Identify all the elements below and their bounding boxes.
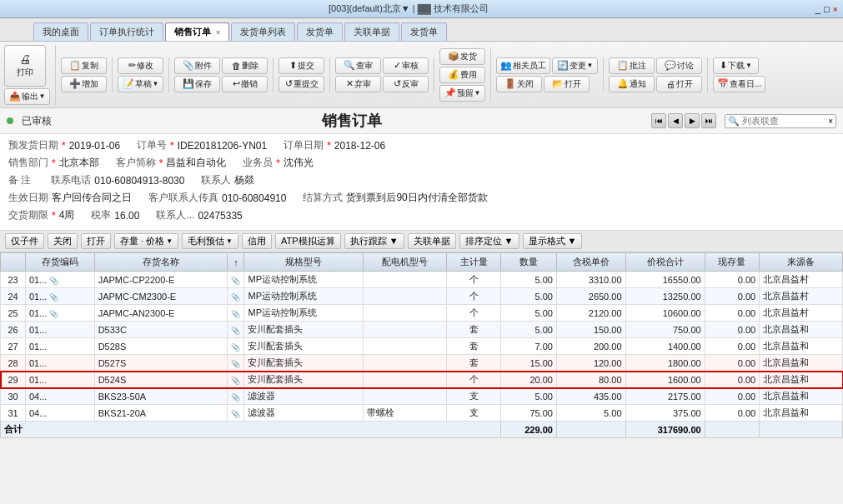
tax-value[interactable]: 16.00 [114,210,139,222]
view-date-button[interactable]: 📅 查看日... [713,76,765,92]
dept-value[interactable]: 北京本部 [59,156,99,170]
preshipdate-label: 预发货日期 [8,138,58,152]
tab-delivery-list[interactable]: 发货单列表 [231,22,295,41]
th-spec-type[interactable]: 规格型号 [244,253,364,272]
cust-fax-value[interactable]: 010-60804910 [222,192,286,204]
edit-button[interactable]: ✏ 修改 [118,57,163,74]
tab-delivery[interactable]: 发货单 [297,22,343,41]
table-row[interactable]: 24 01... 📎 JAPMC-CM2300-E 📎 MP运动控制系统 个 5… [1,288,843,305]
customer-value[interactable]: 昌益和自动化 [166,156,226,170]
revoke-button[interactable]: ↩ 撤销 [222,76,268,92]
delete-button[interactable]: 🗑 删除 [222,57,268,74]
th-sort-icon[interactable]: ↑ [228,253,244,272]
payment-value[interactable]: 货到票到后90日内付清全部货款 [346,191,487,205]
draft-dropdown-icon: ▼ [153,80,159,87]
table-row[interactable]: 27 01... D528S 📎 安川配套插头 套 7.00 200.00 14… [1,338,843,355]
tab-related-docs[interactable]: 关联单据 [344,22,399,41]
review-button[interactable]: 🔍 查审 [335,57,381,74]
exec-track-button[interactable]: 执行跟踪 ▼ [344,233,404,249]
print-open-button[interactable]: 🖨 打开 [656,76,702,92]
print-button[interactable]: 🖨 打印 [4,45,46,87]
open-row-button[interactable]: 打开 [81,233,111,249]
cell-stock-qty: 0.00 [705,272,759,288]
close-row-button[interactable]: 关闭 [48,233,78,249]
save-button[interactable]: 💾 保存 [174,76,220,92]
cell-unit: 支 [446,405,500,422]
th-stock-code[interactable]: 存货编码 [26,253,95,272]
orderdate-value[interactable]: 2018-12-06 [334,140,385,152]
sub-parts-button[interactable]: 仅子件 [5,233,44,249]
table-row[interactable]: 31 04... BKS21-20A 📎 滤波器 带螺栓 支 75.00 5.0… [1,405,843,422]
form-row-4: 生效日期 客户回传合同之日 客户联系人传真 010-60804910 结算方式 … [8,191,835,205]
add-button[interactable]: ➕ 增加 [61,76,107,92]
attach-button[interactable]: 📎 附件 [174,57,220,74]
table-row[interactable]: 26 01... D533C 📎 安川配套插头 套 5.00 150.00 75… [1,322,843,338]
tab-sales-order[interactable]: 销售订单 × [165,22,229,41]
discuss-button[interactable]: 💬 讨论 [656,57,702,74]
ship-button[interactable]: 📦 发货 [439,48,485,65]
tab-order-exec[interactable]: 订单执行统计 [90,22,163,41]
tab-close-icon[interactable]: × [216,28,220,37]
related-docs-button[interactable]: 关联单据 [408,233,456,249]
download-button[interactable]: ⬇ 下载 ▼ [713,57,759,74]
title-close[interactable]: × [833,4,838,14]
th-source[interactable]: 来源备 [760,253,843,272]
salesperson-value[interactable]: 沈伟光 [284,156,314,170]
search-input[interactable] [742,116,825,126]
gross-profit-button[interactable]: 毛利预估 ▼ [182,233,238,249]
stock-price-button[interactable]: 存量 · 价格 ▼ [114,233,178,249]
cell-motor-type [364,388,447,405]
output-button[interactable]: 📤 输出 ▼ [4,88,50,105]
title-minimize[interactable]: _ [815,4,820,14]
resubmit-button[interactable]: ↺ 重提交 [278,76,324,92]
delivery-period-value[interactable]: 4周 [59,208,75,222]
tab-delivery2[interactable]: 发货单 [401,22,447,41]
nav-last[interactable]: ⏭ [701,113,716,128]
th-motor-type[interactable]: 配电机型号 [364,253,447,272]
nav-prev[interactable]: ◀ [668,113,683,128]
table-row[interactable]: 30 04... BKS23-50A 📎 滤波器 支 5.00 435.00 2… [1,388,843,405]
submit-button[interactable]: ⬆ 提交 [278,57,324,74]
effective-date-value[interactable]: 客户回传合同之日 [52,191,132,205]
th-stock-qty[interactable]: 现存量 [705,253,759,272]
close-button[interactable]: 🚪 关闭 [496,76,542,92]
table-row[interactable]: 25 01... 📎 JAPMC-AN2300-E 📎 MP运动控制系统 个 5… [1,305,843,322]
th-unit-price[interactable]: 含税单价 [556,253,625,272]
nav-first[interactable]: ⏮ [651,113,666,128]
cell-tax-total: 1600.00 [625,372,705,388]
batch-button[interactable]: 📋 批注 [609,57,655,74]
reserve-button[interactable]: 📌 预留 ▼ [439,85,485,102]
fee-button[interactable]: 💰 费用 [439,67,485,83]
audit-button[interactable]: ✓ 审核 [383,57,429,74]
tab-dashboard[interactable]: 我的桌面 [33,22,88,41]
nav-next[interactable]: ▶ [685,113,700,128]
cell-stock-name: JAPMC-CP2200-E [94,272,228,288]
open-button[interactable]: 📂 打开 [544,76,590,92]
copy-button[interactable]: 📋 复制 [61,57,107,74]
title-maximize[interactable]: □ [824,4,830,14]
th-qty[interactable]: 数量 [501,253,557,272]
th-stock-name[interactable]: 存货名称 [94,253,228,272]
contact-value[interactable]: 杨燚 [234,173,254,187]
draft-button[interactable]: 📝 草稿 ▼ [118,76,163,92]
th-tax-total[interactable]: 价税合计 [625,253,705,272]
phone-value[interactable]: 010-60804913-8030 [94,175,184,187]
sort-pos-button[interactable]: 排序定位 ▼ [459,233,519,249]
search-clear-icon[interactable]: × [828,117,833,126]
table-row[interactable]: 29 01... D524S 📎 安川配套插头 个 20.00 80.00 16… [1,372,843,388]
display-format-button[interactable]: 显示格式 ▼ [523,233,583,249]
table-row[interactable]: 23 01... 📎 JAPMC-CP2200-E 📎 MP运动控制系统 个 5… [1,272,843,288]
abandon-button[interactable]: ✕ 弃审 [335,76,381,92]
credit-button[interactable]: 信用 [242,233,272,249]
orderno-value[interactable]: IDE20181206-YN01 [178,140,267,152]
change-button[interactable]: 🔄 变更 ▼ [552,57,598,74]
table-row[interactable]: 28 01... D527S 📎 安川配套插头 套 15.00 120.00 1… [1,355,843,372]
notify-button[interactable]: 🔔 通知 [609,76,655,92]
contact2-value[interactable]: 02475335 [198,210,242,222]
preshipdate-value[interactable]: 2019-01-06 [69,140,120,152]
atp-button[interactable]: ATP模拟运算 [275,233,341,249]
discuss-icon: 💬 [665,60,676,71]
th-unit[interactable]: 主计量 [446,253,500,272]
unaudit-button[interactable]: ↺ 反审 [383,76,429,92]
related-staff-button[interactable]: 👥 相关员工 [496,57,550,74]
